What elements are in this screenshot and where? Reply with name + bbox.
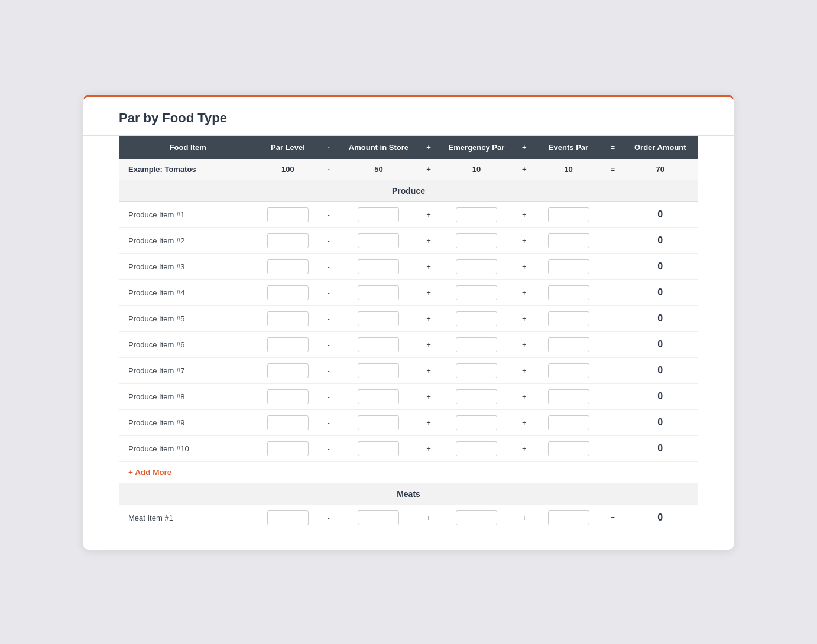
par-level-input[interactable] (267, 389, 309, 404)
food-item-name: Produce Item #1 (119, 201, 257, 227)
section-header-produce: Produce (119, 180, 698, 201)
amount-in-store-input[interactable] (358, 285, 399, 300)
events-par-cell (534, 331, 603, 357)
par-level-cell (257, 409, 319, 435)
order-amount-cell: 0 (623, 435, 698, 461)
emergency-par-input[interactable] (456, 233, 497, 248)
emergency-par-cell (438, 201, 514, 227)
par-level-input[interactable] (267, 510, 309, 525)
events-par-cell (534, 505, 603, 531)
plus2-operator: + (515, 383, 534, 409)
par-level-input[interactable] (267, 363, 309, 378)
emergency-par-input[interactable] (456, 389, 497, 404)
emergency-par-input[interactable] (456, 311, 497, 326)
table-row: Produce Item #2-++=0 (119, 227, 698, 253)
col-header-equals: = (603, 136, 623, 159)
amount-in-store-input[interactable] (358, 207, 399, 222)
emergency-par-input[interactable] (456, 441, 497, 456)
events-par-input[interactable] (548, 363, 589, 378)
main-card: Par by Food Type Food Item Par Level - A… (83, 95, 734, 550)
amount-in-store-cell (338, 409, 419, 435)
events-par-input[interactable] (548, 337, 589, 352)
amount-in-store-input[interactable] (358, 363, 399, 378)
amount-in-store-cell (338, 201, 419, 227)
table-row: Meat Item #1-++=0 (119, 505, 698, 531)
events-par-input[interactable] (548, 259, 589, 274)
emergency-par-cell (438, 409, 514, 435)
amount-in-store-input[interactable] (358, 441, 399, 456)
plus2-operator: + (515, 201, 534, 227)
plus1-operator: + (419, 305, 439, 331)
emergency-par-input[interactable] (456, 285, 497, 300)
emergency-par-input[interactable] (456, 415, 497, 430)
amount-in-store-cell (338, 279, 419, 305)
events-par-input[interactable] (548, 510, 589, 525)
emergency-par-input[interactable] (456, 363, 497, 378)
emergency-par-input[interactable] (456, 337, 497, 352)
order-amount-cell: 0 (623, 227, 698, 253)
page-title-row: Par by Food Type (83, 97, 734, 136)
example-events-par: 10 (534, 159, 603, 180)
amount-in-store-input[interactable] (358, 259, 399, 274)
food-item-name: Produce Item #7 (119, 357, 257, 383)
page-title: Par by Food Type (119, 110, 227, 125)
par-level-input[interactable] (267, 233, 309, 248)
par-level-input[interactable] (267, 311, 309, 326)
col-header-food-item: Food Item (119, 136, 257, 159)
par-level-input[interactable] (267, 207, 309, 222)
plus1-operator: + (419, 201, 439, 227)
emergency-par-input[interactable] (456, 510, 497, 525)
food-item-name: Produce Item #6 (119, 331, 257, 357)
table-header-row: Food Item Par Level - Amount in Store + … (119, 136, 698, 159)
example-plus1: + (419, 159, 439, 180)
section-label-produce: Produce (119, 180, 698, 201)
par-level-input[interactable] (267, 337, 309, 352)
events-par-input[interactable] (548, 233, 589, 248)
par-level-cell (257, 253, 319, 279)
par-level-input[interactable] (267, 441, 309, 456)
par-level-cell (257, 357, 319, 383)
plus1-operator: + (419, 409, 439, 435)
events-par-input[interactable] (548, 415, 589, 430)
par-level-input[interactable] (267, 259, 309, 274)
equals-operator: = (603, 505, 623, 531)
par-level-cell (257, 305, 319, 331)
amount-in-store-cell (338, 227, 419, 253)
add-more-row-produce: + Add More (119, 461, 698, 483)
amount-in-store-input[interactable] (358, 233, 399, 248)
order-amount-cell: 0 (623, 305, 698, 331)
events-par-input[interactable] (548, 285, 589, 300)
equals-operator: = (603, 409, 623, 435)
events-par-input[interactable] (548, 389, 589, 404)
amount-in-store-input[interactable] (358, 510, 399, 525)
add-more-button-produce[interactable]: + Add More (128, 468, 171, 477)
events-par-cell (534, 357, 603, 383)
par-level-input[interactable] (267, 285, 309, 300)
par-level-cell (257, 201, 319, 227)
events-par-input[interactable] (548, 311, 589, 326)
par-level-input[interactable] (267, 415, 309, 430)
amount-in-store-input[interactable] (358, 389, 399, 404)
events-par-cell (534, 279, 603, 305)
events-par-cell (534, 253, 603, 279)
equals-operator: = (603, 305, 623, 331)
emergency-par-cell (438, 279, 514, 305)
amount-in-store-input[interactable] (358, 415, 399, 430)
events-par-input[interactable] (548, 207, 589, 222)
minus-operator: - (319, 253, 338, 279)
plus2-operator: + (515, 409, 534, 435)
events-par-input[interactable] (548, 441, 589, 456)
example-order-amount: 70 (623, 159, 698, 180)
emergency-par-input[interactable] (456, 259, 497, 274)
example-plus2: + (515, 159, 534, 180)
equals-operator: = (603, 435, 623, 461)
amount-in-store-cell (338, 253, 419, 279)
amount-in-store-input[interactable] (358, 311, 399, 326)
emergency-par-cell (438, 505, 514, 531)
equals-operator: = (603, 383, 623, 409)
emergency-par-input[interactable] (456, 207, 497, 222)
amount-in-store-input[interactable] (358, 337, 399, 352)
amount-in-store-cell (338, 357, 419, 383)
table-row: Produce Item #9-++=0 (119, 409, 698, 435)
equals-operator: = (603, 227, 623, 253)
